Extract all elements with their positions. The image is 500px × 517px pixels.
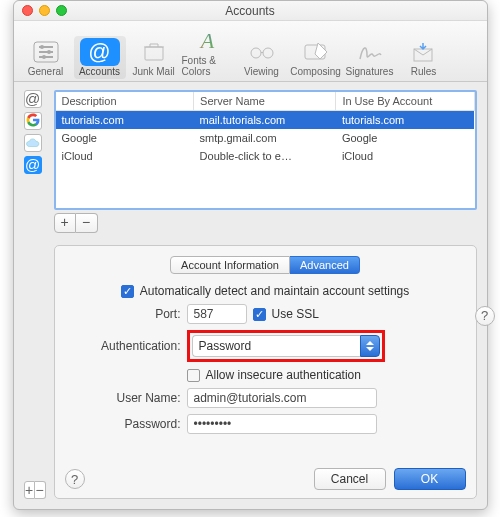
col-server-name[interactable]: Server Name	[194, 92, 336, 111]
tab-general[interactable]: General	[20, 36, 72, 79]
auto-detect-label: Automatically detect and maintain accoun…	[140, 284, 409, 298]
use-ssl-checkbox[interactable]: ✓	[253, 308, 266, 321]
password-field[interactable]: •••••••••	[187, 414, 377, 434]
col-in-use[interactable]: In Use By Account	[336, 92, 474, 111]
smtp-server-list[interactable]: Description Server Name In Use By Accoun…	[54, 90, 477, 210]
col-description[interactable]: Description	[56, 92, 194, 111]
seg-account-information[interactable]: Account Information	[170, 256, 290, 274]
table-header-row: Description Server Name In Use By Accoun…	[56, 92, 475, 111]
cancel-button[interactable]: Cancel	[314, 468, 386, 490]
table-row[interactable]: iCloud Double-click to e… iCloud	[56, 147, 475, 165]
toolbar-item-label: General	[28, 66, 64, 77]
tab-fonts-colors[interactable]: A Fonts & Colors	[182, 25, 234, 79]
toolbar-item-label: Fonts & Colors	[182, 55, 234, 77]
authentication-select[interactable]: Password	[192, 335, 380, 357]
highlight-box: Password	[187, 330, 385, 362]
svg-point-5	[47, 50, 51, 54]
sidebar-account-tutorials[interactable]: @	[24, 90, 42, 108]
glasses-icon	[242, 38, 282, 66]
authentication-value: Password	[192, 335, 360, 357]
toolbar-item-label: Accounts	[79, 66, 120, 77]
font-icon: A	[188, 27, 228, 55]
sidebar-account-google[interactable]	[24, 112, 42, 130]
svg-point-8	[251, 48, 261, 58]
toolbar: General @ Accounts Junk Mail A Fonts & C…	[14, 21, 487, 82]
toolbar-item-label: Junk Mail	[132, 66, 174, 77]
tab-rules[interactable]: Rules	[398, 36, 450, 79]
use-ssl-label: Use SSL	[272, 307, 319, 321]
tab-signatures[interactable]: Signatures	[344, 36, 396, 79]
tab-junk-mail[interactable]: Junk Mail	[128, 36, 180, 79]
svg-point-4	[40, 45, 44, 49]
svg-point-9	[263, 48, 273, 58]
signature-icon	[350, 38, 390, 66]
svg-point-6	[42, 55, 46, 59]
tab-viewing[interactable]: Viewing	[236, 36, 288, 79]
switches-icon	[26, 38, 66, 66]
trash-icon	[134, 38, 174, 66]
sidebar-account-selected[interactable]: @	[24, 156, 42, 174]
username-label: User Name:	[65, 391, 181, 405]
help-button[interactable]: ?	[65, 469, 85, 489]
seg-advanced[interactable]: Advanced	[290, 256, 360, 274]
add-server-button[interactable]: +	[54, 213, 76, 233]
tab-accounts[interactable]: @ Accounts	[74, 36, 126, 79]
svg-rect-7	[145, 47, 163, 60]
table-row[interactable]: tutorials.com mail.tutorials.com tutoria…	[56, 111, 475, 130]
auto-detect-checkbox[interactable]: ✓	[121, 285, 134, 298]
table-row[interactable]: Google smtp.gmail.com Google	[56, 129, 475, 147]
chevron-updown-icon	[360, 335, 380, 357]
titlebar: Accounts	[14, 1, 487, 21]
allow-insecure-checkbox[interactable]	[187, 369, 200, 382]
allow-insecure-label: Allow insecure authentication	[206, 368, 361, 382]
window-title: Accounts	[14, 4, 487, 18]
username-field[interactable]: admin@tutorials.com	[187, 388, 377, 408]
toolbar-item-label: Signatures	[346, 66, 394, 77]
compose-icon	[296, 38, 336, 66]
settings-panel: Account Information Advanced ✓ Automatic…	[54, 245, 477, 499]
port-label: Port:	[65, 307, 181, 321]
server-add-remove: + −	[54, 213, 477, 233]
segmented-control: Account Information Advanced	[65, 256, 466, 274]
account-source-list: @ @ + −	[24, 90, 46, 499]
at-icon: @	[80, 38, 120, 66]
toolbar-item-label: Viewing	[244, 66, 279, 77]
password-label: Password:	[65, 417, 181, 431]
ok-button[interactable]: OK	[394, 468, 466, 490]
authentication-label: Authentication:	[65, 339, 181, 353]
sidebar-account-icloud[interactable]	[24, 134, 42, 152]
toolbar-item-label: Rules	[411, 66, 437, 77]
tab-composing[interactable]: Composing	[290, 36, 342, 79]
sidebar-remove-button[interactable]: −	[35, 481, 46, 499]
remove-server-button[interactable]: −	[76, 213, 98, 233]
sidebar-add-button[interactable]: +	[24, 481, 35, 499]
port-field[interactable]: 587	[187, 304, 247, 324]
toolbar-item-label: Composing	[290, 66, 341, 77]
preferences-window: Accounts General @ Accounts Junk Mail A …	[13, 0, 488, 510]
rules-icon	[404, 38, 444, 66]
